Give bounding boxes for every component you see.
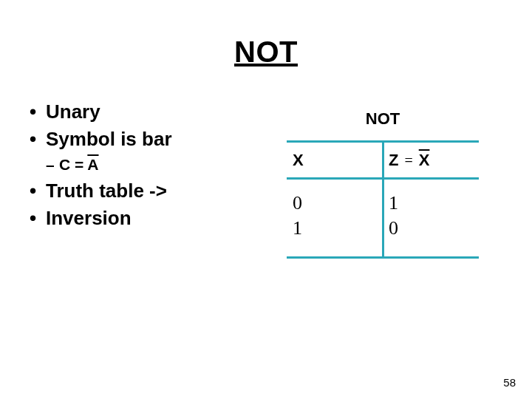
cell-x-1: 1 [287,216,383,241]
z-lhs: Z [389,151,398,170]
page-number: 58 [503,376,516,389]
z-eq: = [404,152,412,169]
cell-z-0: 1 [383,191,479,216]
bullet-symbol-is-bar: Symbol is bar [27,127,256,152]
cell-x-0: 0 [287,191,383,216]
cell-z-1: 0 [383,216,479,241]
col-header-z: Z = X [383,146,479,174]
truth-table: X Z = X 0 1 1 0 [287,140,479,259]
slide-title: NOT [0,35,532,69]
table-rule-mid [287,177,479,180]
table-rule-vertical [382,140,384,259]
col-header-x: X [287,146,383,174]
a-overbar: A [87,156,98,173]
slide: NOT Unary Symbol is bar C = A Truth tabl… [0,0,532,399]
truth-table-figure: NOT X Z = X 0 [287,109,479,259]
figure-heading: NOT [287,109,479,129]
bullet-list: Unary Symbol is bar C = A Truth table ->… [27,100,256,233]
bullet-c-equals-abar: C = A [27,154,256,174]
table-rule-bottom [287,256,479,259]
bullet-c-equals-prefix: C = [59,156,87,173]
z-rhs-xbar: X [419,151,430,170]
bullet-unary: Unary [27,100,256,125]
bullet-inversion: Inversion [27,206,256,231]
bullet-truth-table: Truth table -> [27,179,256,204]
